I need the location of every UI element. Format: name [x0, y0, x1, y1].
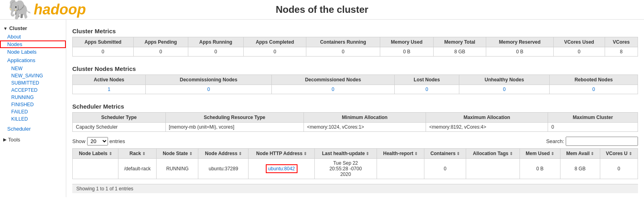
entries-suffix: entries [110, 138, 125, 144]
val-rack: /default-rack [118, 159, 156, 179]
val-memory-reserved: 0 B [486, 47, 554, 57]
col-containers[interactable]: Containers [424, 149, 466, 159]
val-mem-avail-node: 8 GB [560, 159, 600, 179]
scheduler-metrics-table: Scheduler Type Scheduling Resource Type … [72, 112, 638, 132]
col-apps-completed: Apps Completed [243, 37, 306, 47]
sidebar-link-scheduler[interactable]: Scheduler [0, 125, 66, 133]
val-scheduling-resource-type: [memory-mb (unit=Mi), vcores] [165, 123, 304, 132]
sidebar-link-applications[interactable]: Applications [7, 57, 59, 64]
col-scheduler-type: Scheduler Type [73, 113, 166, 123]
val-mem-used-node: 0 B [520, 159, 560, 179]
val-memory-used: 0 B [380, 47, 433, 57]
col-decommissioning-nodes: Decommissioning Nodes [146, 75, 272, 85]
col-rebooted-nodes: Rebooted Nodes [550, 75, 638, 85]
col-containers-running: Containers Running [306, 37, 380, 47]
sidebar: ▼ Cluster About Nodes Node Labels Applic… [0, 20, 66, 197]
val-vcores-used-node-val: 0 [600, 159, 638, 179]
show-entries-right: Search: [546, 137, 638, 146]
table-row: /default-rack RUNNING ubuntu:37289 ubunt… [73, 159, 638, 179]
page-title: Nodes of the cluster [276, 4, 369, 15]
val-active-nodes: 1 [73, 85, 146, 94]
sidebar-link-new-saving[interactable]: NEW_SAVING [0, 72, 66, 79]
col-lost-nodes: Lost Nodes [394, 75, 459, 85]
nodes-table: Node Labels Rack Node State Node Address… [72, 148, 638, 179]
sidebar-link-killed[interactable]: KILLED [0, 115, 66, 123]
sidebar-link-nodes[interactable]: Nodes [0, 40, 66, 48]
cluster-nodes-metrics-title: Cluster Nodes Metrics [72, 65, 638, 72]
val-apps-submitted: 0 [73, 47, 134, 57]
col-mem-used[interactable]: Mem Used [520, 149, 560, 159]
val-scheduler-type: Capacity Scheduler [73, 123, 166, 132]
sidebar-link-failed[interactable]: FAILED [0, 108, 66, 115]
col-node-http-address[interactable]: Node HTTP Address [249, 149, 315, 159]
val-containers-running: 0 [306, 47, 380, 57]
val-memory-total: 8 GB [434, 47, 486, 57]
val-vcores-used: 0 [553, 47, 605, 57]
val-allocation-tags [466, 159, 520, 179]
val-minimum-allocation: <memory:1024, vCores:1> [304, 123, 426, 132]
col-node-labels[interactable]: Node Labels [73, 149, 118, 159]
val-apps-pending: 0 [133, 47, 188, 57]
col-vcores-used: VCores Used [553, 37, 605, 47]
cluster-nodes-metrics-table: Active Nodes Decommissioning Nodes Decom… [72, 75, 638, 94]
lost-link[interactable]: 0 [426, 87, 428, 92]
sidebar-link-about[interactable]: About [0, 33, 66, 40]
val-containers-node: 0 [424, 159, 466, 179]
val-health-report [377, 159, 424, 179]
sidebar-cluster-label: Cluster [9, 25, 27, 31]
col-vcores: VCores [605, 37, 638, 47]
cluster-arrow-icon: ▼ [3, 26, 8, 31]
val-decommissioning-nodes: 0 [146, 85, 272, 94]
col-node-address[interactable]: Node Address [198, 149, 249, 159]
sidebar-link-node-labels[interactable]: Node Labels [0, 48, 66, 56]
sidebar-applications-label: Applications [0, 56, 66, 65]
active-nodes-link[interactable]: 1 [108, 87, 110, 92]
col-allocation-tags[interactable]: Allocation Tags [466, 149, 520, 159]
show-entries-bar: Show 10 20 50 100 entries Search: [72, 137, 638, 146]
show-entries-left: Show 10 20 50 100 entries [72, 137, 125, 145]
val-apps-completed: 0 [243, 47, 306, 57]
node-http-address-highlighted: ubuntu:8042 [266, 164, 298, 173]
node-http-link[interactable]: ubuntu:8042 [268, 166, 295, 172]
search-label: Search: [546, 138, 564, 144]
col-mem-avail[interactable]: Mem Avail [560, 149, 600, 159]
cluster-nodes-metrics-table-wrapper: Active Nodes Decommissioning Nodes Decom… [72, 75, 638, 99]
col-node-state[interactable]: Node State [157, 149, 198, 159]
sidebar-cluster-toggle[interactable]: ▼ Cluster [0, 24, 66, 33]
sidebar-tools-toggle[interactable]: ▶ Tools [0, 135, 66, 144]
sidebar-tools-label: Tools [8, 137, 20, 143]
val-node-http-address: ubuntu:8042 [249, 159, 315, 179]
col-rack[interactable]: Rack [118, 149, 156, 159]
search-input[interactable] [566, 137, 638, 146]
col-last-health-update[interactable]: Last health-update [314, 149, 377, 159]
col-minimum-allocation: Minimum Allocation [304, 113, 426, 123]
col-health-report[interactable]: Health-report [377, 149, 424, 159]
sidebar-link-new[interactable]: NEW [0, 65, 66, 72]
entries-select[interactable]: 10 20 50 100 [87, 137, 108, 145]
rebooted-link[interactable]: 0 [592, 87, 595, 92]
col-vcores-used-node[interactable]: VCores U [600, 149, 638, 159]
val-node-state: RUNNING [157, 159, 198, 179]
col-memory-total: Memory Total [434, 37, 486, 47]
sidebar-link-finished[interactable]: FINISHED [0, 101, 66, 108]
logo-text: hadoop [34, 1, 86, 18]
val-last-health-update: Tue Sep 2220:55:28 -07002020 [314, 159, 377, 179]
val-rebooted-nodes: 0 [550, 85, 638, 94]
tools-arrow-icon: ▶ [3, 137, 6, 142]
val-decommissioned-nodes: 0 [271, 85, 394, 94]
sidebar-link-accepted[interactable]: ACCEPTED [0, 87, 66, 94]
sidebar-link-running[interactable]: RUNNING [0, 94, 66, 101]
col-maximum-allocation: Maximum Allocation [426, 113, 548, 123]
val-unhealthy-nodes: 0 [459, 85, 550, 94]
scheduler-metrics-title: Scheduler Metrics [72, 103, 638, 110]
col-maximum-cluster: Maximum Cluster [548, 113, 638, 123]
sidebar-link-submitted[interactable]: SUBMITTED [0, 79, 66, 87]
col-unhealthy-nodes: Unhealthy Nodes [459, 75, 550, 85]
decommissioning-link[interactable]: 0 [207, 87, 210, 92]
val-apps-running: 0 [188, 47, 243, 57]
show-label: Show [72, 138, 86, 144]
decommissioned-link[interactable]: 0 [332, 87, 334, 92]
unhealthy-link[interactable]: 0 [503, 87, 506, 92]
cluster-metrics-table-wrapper: Apps Submitted Apps Pending Apps Running… [72, 37, 638, 61]
val-vcores: 8 [605, 47, 638, 57]
